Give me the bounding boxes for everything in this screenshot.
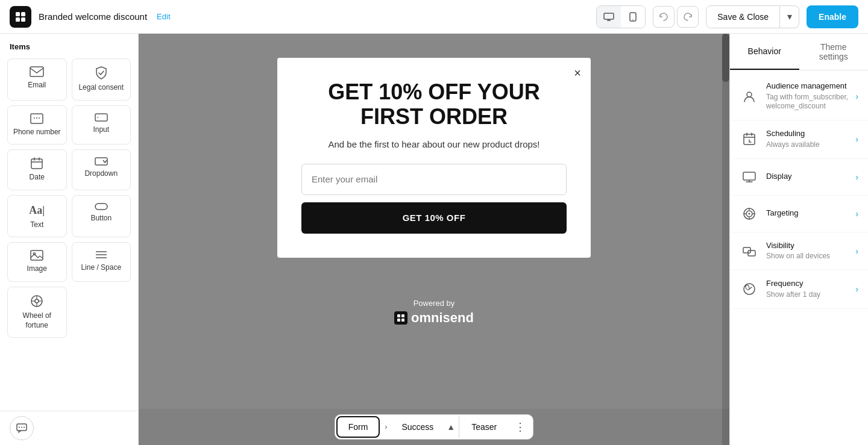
redo-button[interactable] [677, 6, 699, 28]
button-label: Button [90, 214, 112, 223]
line-space-label: Line / Space [81, 263, 121, 273]
item-text[interactable]: Aa| Text [7, 195, 67, 238]
item-date[interactable]: Date [7, 149, 67, 190]
behavior-visibility[interactable]: Visibility Show on all devices › [730, 232, 868, 270]
scrollbar-thumb[interactable] [722, 34, 729, 82]
svg-rect-37 [397, 314, 400, 317]
main-layout: Items Email Legal consent Ph [0, 34, 868, 445]
display-chevron: › [855, 172, 858, 182]
item-dropdown[interactable]: Dropdown [72, 149, 131, 190]
dropdown-label: Dropdown [84, 169, 118, 179]
items-grid: Email Legal consent Phone number [0, 56, 138, 345]
item-input[interactable]: Input [72, 105, 131, 145]
sidebar-footer [0, 411, 138, 445]
modal-close-button[interactable]: × [574, 66, 581, 80]
edit-link[interactable]: Edit [157, 12, 170, 21]
svg-rect-1 [21, 12, 25, 16]
targeting-title: Targeting [766, 208, 848, 219]
tab-chevron: › [381, 423, 391, 431]
visibility-title: Visibility [766, 241, 848, 251]
item-phone-number[interactable]: Phone number [7, 105, 67, 145]
item-wheel-of-fortune[interactable]: Wheel of fortune [7, 287, 67, 338]
modal-headline: GET 10% OFF YOUR FIRST ORDER [301, 79, 567, 129]
right-tabs: Behavior Theme settings [730, 34, 868, 70]
mobile-view-button[interactable] [621, 6, 645, 28]
wheel-of-fortune-label: Wheel of fortune [13, 311, 61, 330]
svg-point-13 [39, 117, 40, 119]
svg-rect-46 [743, 172, 755, 180]
text-label: Text [30, 220, 43, 230]
audience-title: Audience management [766, 81, 848, 92]
svg-point-11 [34, 117, 35, 119]
item-line-space[interactable]: Line / Space [72, 242, 131, 282]
save-close-button[interactable]: Save & Close [706, 5, 780, 28]
brand-logo: omnisend [394, 310, 474, 326]
svg-rect-0 [16, 12, 20, 16]
visibility-chevron: › [855, 246, 858, 256]
scheduling-text: Scheduling Always available [766, 129, 848, 149]
date-label: Date [30, 173, 45, 182]
items-section-title: Items [0, 34, 138, 56]
canvas-bottom-bar: Form › Success ▲ Teaser ⋮ [139, 409, 729, 445]
input-icon [95, 113, 108, 122]
save-dropdown-arrow[interactable]: ▾ [780, 5, 799, 28]
wheel-icon [30, 294, 43, 308]
svg-rect-39 [397, 319, 400, 322]
tab-form[interactable]: Form [336, 416, 380, 438]
svg-rect-16 [31, 159, 42, 169]
tab-behavior[interactable]: Behavior [730, 34, 799, 70]
behavior-audience[interactable]: Audience management Tag with form_subscr… [730, 73, 868, 120]
form-tabs: Form › Success ▲ Teaser ⋮ [335, 414, 533, 440]
modal-subtext: And be the first to hear about our new p… [301, 139, 567, 149]
svg-point-34 [19, 427, 20, 428]
item-legal-consent[interactable]: Legal consent [72, 58, 131, 101]
success-arrow[interactable]: ▲ [444, 422, 458, 432]
popup-modal: × GET 10% OFF YOUR FIRST ORDER And be th… [277, 58, 591, 258]
behavior-list: Audience management Tag with form_subscr… [730, 70, 868, 311]
frequency-chevron: › [855, 284, 858, 294]
line-space-icon [95, 250, 108, 260]
svg-rect-38 [401, 314, 404, 317]
svg-point-12 [36, 117, 37, 119]
item-image[interactable]: Image [7, 242, 67, 282]
frequency-text: Frequency Show after 1 day [766, 279, 848, 299]
behavior-display[interactable]: Display › [730, 159, 868, 196]
display-title: Display [766, 172, 848, 182]
tab-theme-settings[interactable]: Theme settings [799, 34, 869, 70]
svg-rect-22 [31, 251, 43, 260]
undo-button[interactable] [653, 6, 675, 28]
email-label: Email [28, 81, 46, 90]
enable-button[interactable]: Enable [807, 5, 858, 28]
input-label: Input [93, 125, 109, 135]
item-button[interactable]: Button [72, 195, 131, 238]
chat-support-button[interactable] [10, 416, 34, 440]
tab-teaser[interactable]: Teaser [461, 417, 508, 437]
campaign-title: Branded welcome discount [39, 11, 147, 22]
email-input[interactable] [301, 164, 567, 195]
visibility-subtitle: Show on all devices [766, 252, 848, 261]
phone-number-label: Phone number [13, 128, 61, 137]
item-email[interactable]: Email [7, 58, 67, 101]
targeting-text: Targeting [766, 208, 848, 219]
omnisend-icon [394, 311, 407, 325]
targeting-icon [740, 204, 759, 223]
omnisend-brand-name: omnisend [411, 310, 474, 326]
behavior-targeting[interactable]: Targeting › [730, 196, 868, 232]
cta-button[interactable]: GET 10% OFF [301, 202, 567, 234]
behavior-scheduling[interactable]: Scheduling Always available › [730, 120, 868, 158]
desktop-view-button[interactable] [597, 6, 621, 28]
scrollbar-track[interactable] [722, 34, 729, 445]
scheduling-icon [740, 129, 759, 149]
tab-more-button[interactable]: ⋮ [508, 420, 533, 434]
svg-point-41 [747, 92, 752, 97]
svg-point-28 [35, 299, 39, 303]
svg-point-8 [632, 19, 634, 20]
behavior-frequency[interactable]: Frequency Show after 1 day › [730, 270, 868, 308]
scheduling-title: Scheduling [766, 129, 848, 139]
svg-rect-2 [16, 17, 20, 22]
date-icon [31, 157, 43, 169]
svg-rect-9 [30, 67, 43, 76]
svg-rect-14 [95, 114, 107, 121]
tab-success[interactable]: Success [391, 417, 444, 437]
frequency-subtitle: Show after 1 day [766, 290, 848, 300]
